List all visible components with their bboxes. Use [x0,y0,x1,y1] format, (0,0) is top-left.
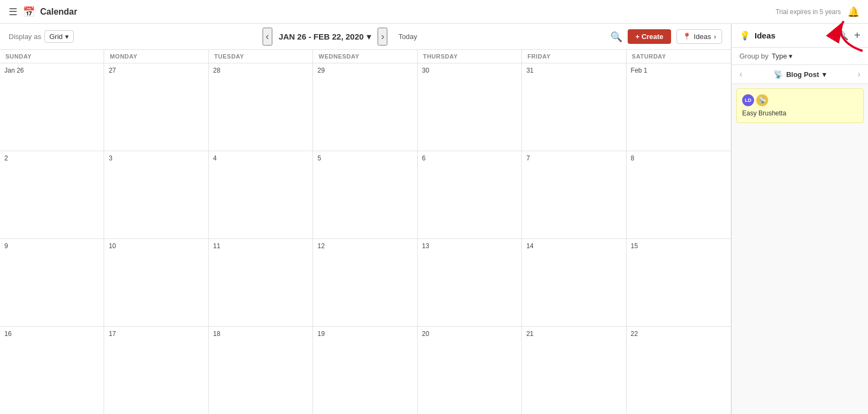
calendar-cell[interactable]: 18 [209,327,313,414]
header-friday: FRIDAY [522,50,626,63]
calendar-area: Display as Grid ▾ ‹ JAN 26 - FEB 22, 202… [0,24,731,414]
panel-add-button[interactable]: + [854,29,860,42]
create-button[interactable]: + Create [628,29,671,44]
calendar-cell[interactable]: 28 [209,63,313,151]
hamburger-icon[interactable]: ☰ [9,6,17,18]
display-as-dropdown[interactable]: Grid ▾ [44,30,74,43]
calendar-week-3: 9 10 11 12 13 14 15 [0,239,731,327]
right-panel-header: 💡 Ideas 🔍 + [732,24,868,48]
display-as-label: Display as [9,33,41,41]
blog-post-prev-button[interactable]: ‹ [739,69,742,79]
panel-title: 💡 Ideas [739,30,775,41]
idea-card-avatars: LD 📡 [742,94,858,106]
header-monday: MONDAY [104,50,208,63]
calendar-cell[interactable]: 11 [209,239,313,326]
header-wednesday: WEDNESDAY [313,50,417,63]
idea-card-title: Easy Brushetta [742,109,858,117]
chevron-down-icon: ▾ [65,33,69,41]
panel-title-text: Ideas [755,31,775,40]
app-title: Calendar [40,7,77,17]
header-sunday: SUNDAY [0,50,104,63]
blog-post-text: Blog Post [786,70,819,79]
calendar-cell[interactable]: 29 [313,63,417,151]
prev-period-button[interactable]: ‹ [263,28,272,46]
date-range-chevron: ▾ [367,32,371,42]
calendar-cell[interactable]: 15 [627,239,731,326]
ideas-pin-icon: 📍 [682,33,691,41]
idea-card[interactable]: LD 📡 Easy Brushetta [736,88,864,123]
calendar-app-icon: 📅 [23,6,35,18]
calendar-week-2: 2 3 + 4 5 6 7 8 [0,151,731,239]
blog-post-nav: ‹ 📡 Blog Post ▾ › [732,65,868,84]
calendar-cell[interactable]: Feb 1 [627,63,731,151]
calendar-grid: SUNDAY MONDAY TUESDAY WEDNESDAY THURSDAY… [0,50,731,414]
calendar-cell[interactable]: 22 [627,327,731,414]
calendar-cell[interactable]: 2 [0,151,104,238]
nav-right: Trial expires in 5 years 🔔 [776,6,859,18]
calendar-cell[interactable]: 13 [418,239,522,326]
avatar-ld: LD [742,94,754,106]
calendar-cell[interactable]: 19 [313,327,417,414]
trial-notice: Trial expires in 5 years [776,8,841,16]
calendar-cell[interactable]: 16 [0,327,104,414]
calendar-cell[interactable]: 10 [104,239,208,326]
ideas-btn-label: Ideas [694,33,711,41]
type-chevron-icon: ▾ [789,52,793,60]
group-by-row: Group by Type ▾ [732,48,868,65]
main-container: Display as Grid ▾ ‹ JAN 26 - FEB 22, 202… [0,24,868,414]
rss-icon: 📡 [774,70,783,79]
calendar-cell[interactable]: 21 [522,327,626,414]
nav-left: ☰ 📅 Calendar [9,6,77,18]
ideas-chevron-icon: › [714,33,716,41]
calendar-cell[interactable]: 20 [418,327,522,414]
calendar-cell[interactable]: Jan 26 [0,63,104,151]
blog-post-chevron: ▾ [822,70,826,79]
calendar-cell[interactable]: 5 [313,151,417,238]
right-panel: 💡 Ideas 🔍 + Group by Type ▾ ‹ 📡 Blog Pos… [731,24,868,414]
calendar-week-4: 16 17 18 19 20 21 22 [0,327,731,414]
header-thursday: THURSDAY [418,50,522,63]
ideas-panel-icon: 💡 [739,30,750,41]
panel-search-button[interactable]: 🔍 [838,30,848,41]
toolbar-left: Display as Grid ▾ [9,30,74,43]
calendar-cell[interactable]: 6 [418,151,522,238]
top-nav: ☰ 📅 Calendar Trial expires in 5 years 🔔 [0,0,868,24]
next-period-button[interactable]: › [378,28,387,46]
calendar-cell[interactable]: 3 + [104,151,208,238]
calendar-cell[interactable]: 7 [522,151,626,238]
today-button[interactable]: Today [394,30,422,43]
blog-post-next-button[interactable]: › [858,69,860,79]
toolbar-center: ‹ JAN 26 - FEB 22, 2020 ▾ › Today [263,28,422,46]
calendar-cell[interactable]: 9 [0,239,104,326]
calendar-header-row: SUNDAY MONDAY TUESDAY WEDNESDAY THURSDAY… [0,50,731,63]
toolbar-right: 🔍 + Create 📍 Ideas › [610,29,722,44]
type-label: Type [771,52,787,60]
grid-label: Grid [49,33,63,41]
calendar-cell[interactable]: 8 [627,151,731,238]
group-by-type-dropdown[interactable]: Type ▾ [771,52,792,60]
date-range-text: JAN 26 - FEB 22, 2020 [279,32,364,41]
header-tuesday: TUESDAY [209,50,313,63]
bell-icon[interactable]: 🔔 [847,6,859,18]
calendar-cell[interactable]: 27 [104,63,208,151]
panel-header-actions: 🔍 + [838,29,860,42]
feed-icon: 📡 [756,94,768,106]
calendar-search-button[interactable]: 🔍 [610,31,622,43]
group-by-label: Group by [739,52,768,60]
date-range-display[interactable]: JAN 26 - FEB 22, 2020 ▾ [279,32,372,42]
calendar-cell[interactable]: 17 [104,327,208,414]
calendar-cell[interactable]: 14 [522,239,626,326]
calendar-toolbar: Display as Grid ▾ ‹ JAN 26 - FEB 22, 202… [0,24,731,50]
blog-post-label[interactable]: 📡 Blog Post ▾ [774,70,826,79]
header-saturday: SATURDAY [627,50,731,63]
calendar-cell[interactable]: 30 [418,63,522,151]
ideas-list: LD 📡 Easy Brushetta [732,84,868,414]
ideas-filter-button[interactable]: 📍 Ideas › [676,29,722,44]
calendar-cell[interactable]: 12 [313,239,417,326]
calendar-cell[interactable]: 31 [522,63,626,151]
calendar-week-1: Jan 26 27 28 29 30 31 Feb 1 [0,63,731,151]
calendar-weeks: Jan 26 27 28 29 30 31 Feb 1 2 3 + 4 [0,63,731,414]
calendar-cell[interactable]: 4 [209,151,313,238]
